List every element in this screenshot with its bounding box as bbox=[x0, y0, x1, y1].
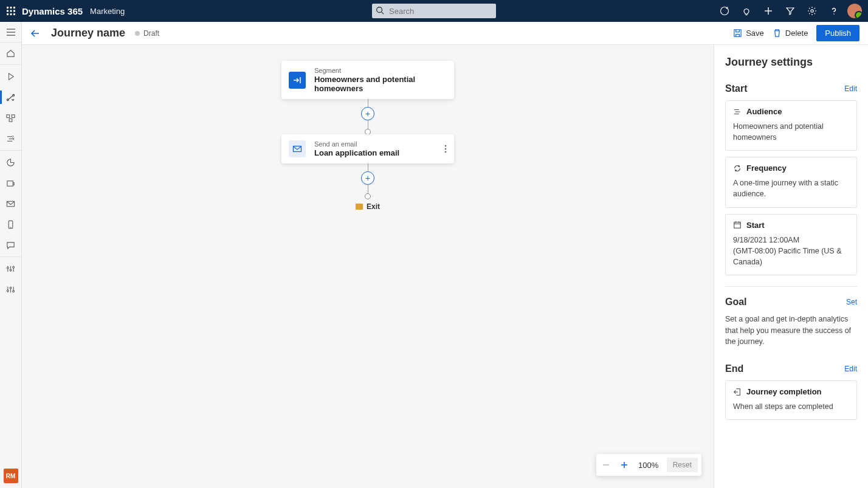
svg-point-15 bbox=[811, 10, 813, 12]
app-launcher-icon[interactable] bbox=[0, 7, 22, 15]
svg-rect-7 bbox=[10, 13, 12, 15]
svg-rect-4 bbox=[10, 10, 12, 12]
lightbulb-icon[interactable] bbox=[735, 0, 757, 22]
svg-rect-1 bbox=[10, 7, 12, 9]
help-icon[interactable] bbox=[823, 0, 845, 22]
task-icon[interactable] bbox=[714, 0, 735, 22]
add-icon[interactable] bbox=[757, 0, 779, 22]
settings-icon[interactable] bbox=[801, 0, 823, 22]
svg-rect-2 bbox=[13, 7, 15, 9]
top-bar: Dynamics 365 Marketing bbox=[0, 0, 868, 22]
svg-rect-8 bbox=[13, 13, 15, 15]
svg-rect-6 bbox=[7, 13, 9, 15]
svg-rect-3 bbox=[7, 10, 9, 12]
svg-rect-5 bbox=[13, 10, 15, 12]
search-input[interactable] bbox=[372, 4, 496, 18]
brand-label: Dynamics 365 bbox=[22, 6, 83, 16]
user-avatar[interactable] bbox=[847, 4, 862, 18]
svg-point-16 bbox=[833, 13, 835, 15]
svg-rect-0 bbox=[7, 7, 9, 9]
filter-icon[interactable] bbox=[779, 0, 801, 22]
app-label: Marketing bbox=[90, 7, 125, 16]
